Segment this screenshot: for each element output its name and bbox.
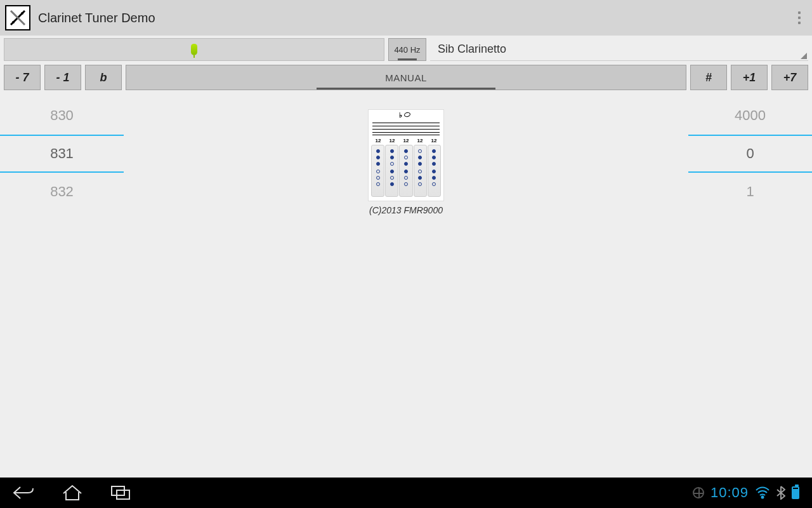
svg-point-2 <box>12 21 15 23</box>
back-icon[interactable] <box>13 485 34 501</box>
dropdown-triangle-icon <box>801 53 807 59</box>
battery-icon <box>792 486 799 499</box>
android-navbar: 10:09 <box>0 478 812 508</box>
microphone-icon <box>191 44 197 55</box>
spinner-prev: 830 <box>0 97 124 135</box>
transpose-plus7-button[interactable]: +7 <box>771 65 808 90</box>
instrument-select[interactable]: Sib Clarinetto <box>430 38 808 61</box>
title-bar: Clarinet Tuner Demo <box>0 0 812 36</box>
app-icon <box>5 5 30 30</box>
svg-point-6 <box>762 497 764 498</box>
sharp-button[interactable]: # <box>690 65 727 90</box>
mic-level-bar[interactable] <box>4 38 384 61</box>
bluetooth-icon <box>776 486 785 500</box>
reference-hz-label: 440 Hz <box>394 45 420 55</box>
flat-button[interactable]: b <box>85 65 122 90</box>
transpose-minus1-button[interactable]: - 1 <box>44 65 81 90</box>
reference-hz-button[interactable]: 440 Hz <box>388 38 426 61</box>
recent-apps-icon[interactable] <box>110 485 131 500</box>
svg-point-3 <box>21 12 23 15</box>
spinner-prev: 4000 <box>688 97 812 135</box>
globe-icon <box>693 487 704 498</box>
wifi-icon <box>755 486 770 499</box>
manual-mode-button[interactable]: MANUAL <box>126 65 686 90</box>
spinner-next: 832 <box>0 173 124 211</box>
instrument-label: Sib Clarinetto <box>438 43 506 56</box>
home-icon[interactable] <box>62 485 82 501</box>
transpose-plus1-button[interactable]: +1 <box>731 65 768 90</box>
content-area: 830 831 832 4000 0 1 ♭ 12 12 12 12 <box>0 90 812 478</box>
spinner-next: 1 <box>688 173 812 211</box>
status-clock: 10:09 <box>710 485 749 501</box>
overflow-menu-icon[interactable] <box>792 9 807 27</box>
copyright-text: (C)2013 FMR9000 <box>368 205 444 215</box>
frequency-spinner[interactable]: 830 831 832 <box>0 97 124 211</box>
spinner-selected: 0 <box>688 135 812 173</box>
spinner-selected: 831 <box>0 135 124 173</box>
cents-spinner[interactable]: 4000 0 1 <box>688 97 812 211</box>
fingering-chart: ♭ 12 12 12 12 12 <box>368 109 444 215</box>
transpose-minus7-button[interactable]: - 7 <box>4 65 41 90</box>
app-title: Clarinet Tuner Demo <box>38 11 792 25</box>
